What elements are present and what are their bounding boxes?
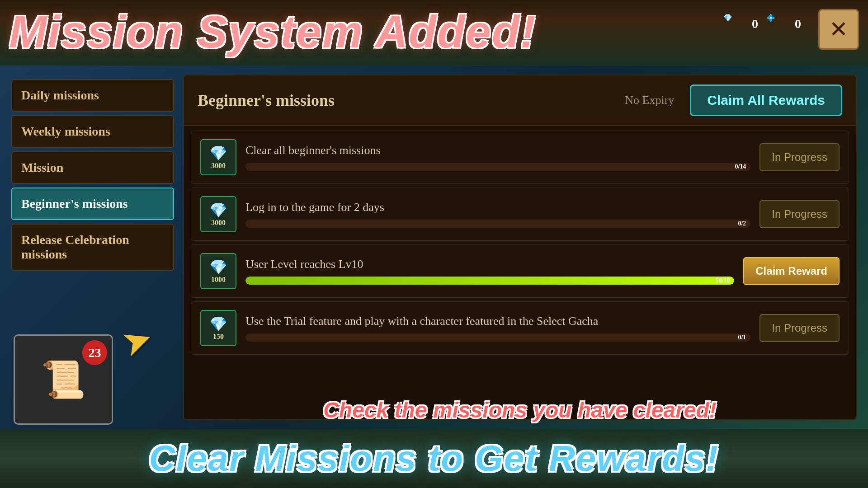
mission-action-3[interactable]: In Progress	[760, 314, 840, 342]
mission-action-1[interactable]: In Progress	[760, 200, 840, 228]
bottom-check-text-area: Check the missions you have cleared!	[172, 393, 868, 425]
gem-icon-2: 💎	[209, 258, 227, 276]
footer-text: Clear Missions to Get Rewards!	[149, 438, 719, 479]
mission-info-3: Use the Trial feature and play with a ch…	[245, 314, 750, 342]
progress-text-3: 0/1	[738, 333, 746, 342]
mission-item-2: 💎 1000 User Level reaches Lv10 50/10 Cla…	[191, 244, 849, 298]
progress-text-2: 50/10	[715, 277, 730, 285]
mission-action-btn-0[interactable]: In Progress	[760, 143, 840, 171]
mission-name-0: Clear all beginner's missions	[245, 144, 750, 157]
progress-bar-1: 0/2	[245, 220, 750, 228]
mission-info-0: Clear all beginner's missions 0/14	[245, 144, 750, 171]
sidebar-item-release[interactable]: Release Celebration missions	[11, 224, 174, 271]
notification-box: 📜 23	[14, 334, 113, 425]
progress-text-1: 0/2	[738, 220, 746, 228]
mission-action-0[interactable]: In Progress	[760, 143, 840, 171]
sidebar-item-weekly[interactable]: Weekly missions	[11, 115, 174, 148]
notification-badge: 23	[82, 340, 107, 365]
notification-area: 📜 23	[14, 334, 113, 425]
mission-name-2: User Level reaches Lv10	[245, 258, 734, 271]
page-title: Mission System Added!	[9, 6, 536, 58]
currency-area: 💎 0 💠 0	[723, 14, 805, 34]
reward-amount-1: 3000	[211, 219, 226, 227]
gem-icon-0: 💎	[209, 145, 227, 162]
progress-fill-2	[245, 277, 734, 285]
notification-icon: 📜	[41, 358, 86, 401]
mission-action-btn-3[interactable]: In Progress	[760, 314, 840, 342]
claim-all-button[interactable]: Claim All Rewards	[690, 84, 842, 116]
mission-item-3: 💎 150 Use the Trial feature and play wit…	[191, 301, 849, 355]
mission-item-0: 💎 3000 Clear all beginner's missions 0/1…	[191, 131, 849, 184]
mission-panel: Beginner's missions No Expiry Claim All …	[183, 75, 857, 420]
mission-item-1: 💎 3000 Log in to the game for 2 days 0/2…	[191, 188, 849, 241]
mission-name-3: Use the Trial feature and play with a ch…	[245, 314, 750, 328]
currency-icon-2: 💠	[766, 14, 787, 34]
sidebar-item-daily[interactable]: Daily missions	[11, 79, 174, 112]
progress-bar-0: 0/14	[245, 163, 750, 171]
expiry-label: No Expiry	[625, 94, 674, 107]
mission-name-1: Log in to the game for 2 days	[245, 201, 750, 214]
reward-icon-3: 💎 150	[200, 310, 236, 346]
close-button[interactable]: ✕	[818, 9, 859, 50]
reward-icon-0: 💎 3000	[200, 139, 236, 175]
progress-bar-2: 50/10	[245, 277, 734, 285]
sidebar-item-beginner[interactable]: Beginner's missions	[11, 188, 174, 220]
reward-icon-1: 💎 3000	[200, 196, 236, 232]
mission-panel-header: Beginner's missions No Expiry Claim All …	[184, 75, 856, 126]
mission-action-2[interactable]: Claim Reward	[743, 257, 840, 285]
check-text: Check the missions you have cleared!	[323, 398, 717, 422]
mission-panel-title: Beginner's missions	[198, 91, 335, 110]
footer-area: Clear Missions to Get Rewards!	[0, 429, 868, 488]
progress-bar-3: 0/1	[245, 333, 750, 342]
title-area: Mission System Added!	[0, 2, 809, 61]
reward-amount-2: 1000	[211, 276, 226, 284]
currency-value-1: 0	[748, 17, 762, 31]
reward-icon-2: 💎 1000	[200, 253, 236, 289]
gem-icon-3: 💎	[209, 315, 227, 333]
gem-icon-1: 💎	[209, 202, 227, 219]
reward-amount-0: 3000	[211, 162, 226, 170]
mission-info-2: User Level reaches Lv10 50/10	[245, 258, 734, 285]
sidebar-item-mission[interactable]: Mission	[11, 151, 174, 184]
progress-text-0: 0/14	[735, 163, 746, 171]
currency-icon-1: 💎	[723, 14, 744, 34]
mission-list: 💎 3000 Clear all beginner's missions 0/1…	[184, 126, 856, 419]
main-content: Daily missions Weekly missions Mission B…	[0, 66, 868, 429]
mission-action-btn-2[interactable]: Claim Reward	[743, 257, 840, 285]
mission-action-btn-1[interactable]: In Progress	[760, 200, 840, 228]
reward-amount-3: 150	[213, 333, 224, 341]
currency-value-2: 0	[791, 17, 805, 31]
mission-info-1: Log in to the game for 2 days 0/2	[245, 201, 750, 228]
